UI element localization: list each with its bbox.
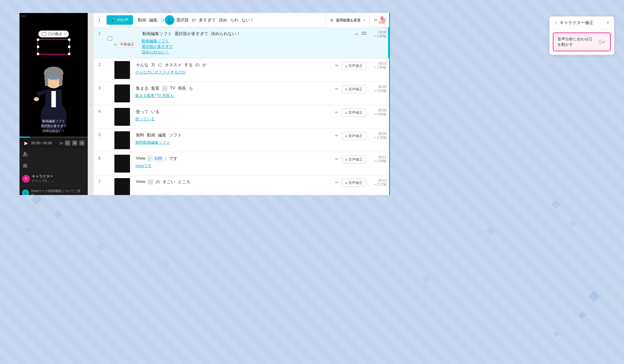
app-container: WW	[20, 13, 390, 195]
row-original-5: 無料 動画 編集 ソフト	[135, 132, 331, 138]
play-button[interactable]: ▶	[23, 140, 29, 146]
row-timing-7: 00:12 + 2:17毎	[366, 176, 389, 195]
voice-icon-5: ≡	[345, 134, 347, 138]
row-number-5: 5	[94, 129, 105, 152]
row-corrected-5: 無料動画編集ソフト	[135, 140, 331, 145]
timeline-bar[interactable]	[20, 136, 88, 138]
apply-range-icon: ⊞	[330, 18, 333, 22]
handle-top-right[interactable]	[68, 38, 71, 41]
plus-value-1: + 1:90毎	[374, 34, 386, 39]
speed-display[interactable]: 1x	[59, 141, 63, 145]
news-item-1[interactable]: Vrewマーク削除機能についてご室内…	[22, 188, 85, 195]
row-spacer-2	[105, 58, 114, 82]
voice-correct-btn-7[interactable]: ≡ 音声修正	[342, 179, 366, 187]
drag-icon: ≡	[64, 32, 66, 36]
video-subtitle: 動画編集ソフト 選択肢が多すぎて 決められない！	[20, 119, 88, 133]
voice-icon-6: ≡	[345, 158, 347, 162]
checkbox-1[interactable]	[108, 36, 112, 41]
fullscreen-icon[interactable]: ⊡	[65, 140, 70, 146]
voice-correct-label-5: 音声修正	[348, 134, 363, 138]
row-word: 動画	[146, 132, 156, 138]
apply-range-bar[interactable]: ⊞ 適用範囲を変更 >	[326, 13, 370, 27]
handle-bottom-right[interactable]	[68, 53, 71, 55]
row-word: いる	[150, 109, 160, 115]
news-avatar-1	[22, 189, 29, 195]
edit-btn-3[interactable]: ✏	[334, 85, 340, 93]
row-word: 方	[150, 62, 156, 68]
handle-mid-left[interactable]	[37, 46, 39, 48]
row-corrected-4: 使っている	[135, 116, 331, 122]
row-thumbnail-4	[114, 108, 130, 126]
edit-btn-6[interactable]: ✏	[334, 155, 340, 163]
info-icon[interactable]: i	[599, 40, 602, 44]
sidebar-tool-image[interactable]: 画	[20, 161, 88, 172]
row-word: 集客	[150, 85, 160, 92]
row-word: 局長	[177, 85, 187, 92]
row-word: 動画編集ソフト	[142, 31, 173, 37]
list-icon-1[interactable]	[362, 32, 366, 35]
row-word-bracket-6: [-	[147, 155, 152, 162]
voice-correct-btn-6[interactable]: ≡ 音声修正	[342, 155, 366, 163]
svg-rect-3	[45, 72, 48, 86]
row-word: 編集	[157, 132, 167, 138]
grid-icon[interactable]: ⊞	[72, 140, 77, 146]
row-word: ソフト	[168, 132, 182, 138]
word-7: 決め	[218, 17, 228, 23]
row-word: に	[157, 62, 163, 68]
row-content-1: 動画編集ソフト 選択肢が多すぎて 決められない！ 動画編集ソフト選択肢が多すぎて…	[139, 27, 354, 58]
sidebar-tool-character[interactable]: キ キャラクター クリップ1... ›	[20, 172, 88, 186]
voice-correct-btn-2[interactable]: ≡ 音声修正	[342, 62, 366, 70]
voice-correct-label-7: 音声修正	[348, 180, 363, 185]
handle-bottom-left[interactable]	[37, 53, 39, 55]
row-actions-6: ✏ ≡ 音声修正	[334, 152, 366, 175]
plus-value-4: + 0:83毎	[374, 112, 386, 117]
voice-correct-label-6: 音声修正	[348, 157, 363, 162]
delete-section[interactable]: 🗑 削除	[374, 13, 389, 27]
svg-rect-9	[36, 90, 46, 97]
user-avatar	[165, 15, 175, 25]
subtitle-line-1: 動画編集ソフト	[20, 119, 88, 124]
voice-correct-btn-5[interactable]: ≡ 音声修正	[342, 132, 366, 140]
edit-btn-5[interactable]: ✏	[334, 132, 340, 139]
row-number-3: 3	[94, 82, 105, 105]
collapse-arrow[interactable]: ›	[88, 13, 94, 195]
close-button[interactable]: ×	[606, 20, 609, 26]
delete-label: 削除	[379, 20, 385, 25]
row-word: すごい	[162, 179, 176, 185]
voice-correct-btn-3[interactable]: ≡ 音声修正	[342, 85, 366, 93]
ai-voice-tab[interactable]: 🎤 AI合声	[107, 15, 133, 25]
settings-icon[interactable]: ⊟	[79, 140, 84, 146]
row-checkbox-1[interactable]	[105, 27, 114, 58]
mouth-label: 口の動き ≡	[38, 31, 69, 37]
edit-btn-7[interactable]: ✏	[334, 179, 340, 186]
mouth-selection-box[interactable]: 口の動き ≡	[37, 39, 70, 55]
collapse-icon: ›	[90, 102, 91, 106]
row-timing-4: 00:08 + 0:83毎	[366, 105, 389, 128]
edit-btn-1[interactable]: ✏	[354, 31, 360, 38]
edit-btn-2[interactable]: ✏	[334, 62, 340, 69]
word-9: ない！	[240, 17, 255, 23]
news-section: Vrewマーク削除機能についてご室内… Vrewマークの削除がプレミアム機能に切…	[20, 186, 88, 195]
sidebar-tool-text[interactable]: あ	[20, 148, 88, 161]
character-icon: キ	[22, 175, 30, 183]
back-button[interactable]: ＜	[554, 20, 558, 25]
time-value-3: 00:05	[378, 85, 386, 89]
right-blue-bar	[389, 13, 390, 195]
word-4: 選択肢	[175, 17, 190, 23]
sidebar-character-info: キャラクター クリップ1... ›	[32, 174, 53, 183]
row-word: も	[188, 85, 194, 92]
option-label: 音声分析に合わせ口を動かす	[557, 36, 595, 47]
time-current: 00:00	[31, 141, 40, 145]
row-thumbnail-6	[114, 155, 130, 173]
header-left: ＜ キャラクター修正	[554, 20, 593, 26]
panel-option-mouth[interactable]: 音声分析に合わせ口を動かす i ✓	[553, 32, 611, 51]
blue-indicator-1	[388, 27, 389, 58]
handle-top-left[interactable]	[37, 38, 39, 41]
voice-correct-label: 音声修正	[348, 63, 363, 68]
edit-btn-4[interactable]: ✏	[334, 109, 340, 116]
voice-correct-btn-4[interactable]: ≡ 音声修正	[342, 109, 366, 117]
row-actions-7: ✏ ≡ 音声修正	[334, 176, 366, 195]
row-corrected-2: そんな方にオススメするのが	[135, 70, 331, 75]
handle-mid-right[interactable]	[68, 46, 71, 48]
subtitle-tag-1[interactable]: 字幕修正	[118, 41, 136, 48]
